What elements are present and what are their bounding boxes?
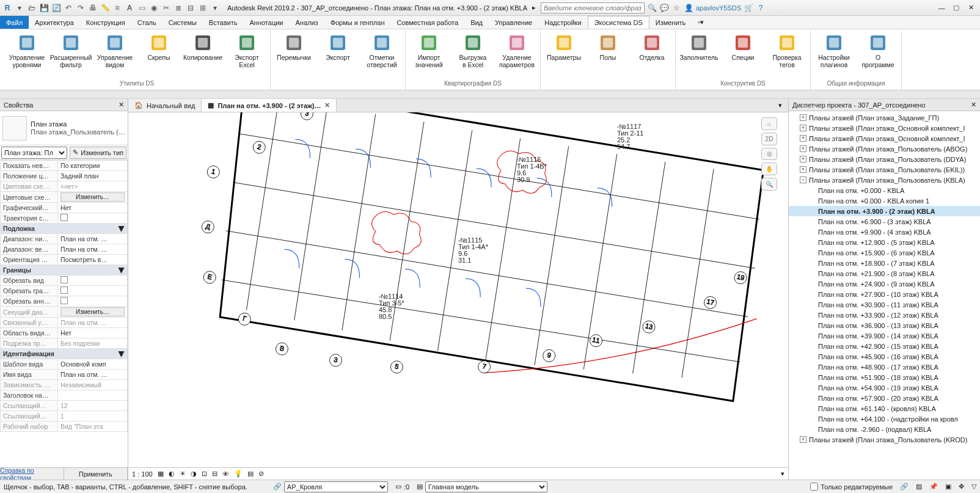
expand-icon[interactable]: +: [800, 156, 806, 163]
menu-annotate[interactable]: Аннотации: [244, 16, 290, 29]
tree-group[interactable]: −Планы этажей (План этажа_Пользователь (…: [789, 175, 980, 185]
measure-icon[interactable]: 📏: [100, 3, 110, 13]
editable-only-checkbox[interactable]: [810, 483, 818, 491]
prop-value[interactable]: Задний план: [58, 171, 128, 181]
prop-value[interactable]: 12: [58, 401, 128, 411]
menu-steel[interactable]: Сталь: [131, 16, 163, 29]
nav-zoom-icon[interactable]: 🔍: [761, 178, 777, 191]
finish-button[interactable]: Отделка: [632, 33, 671, 61]
browser-tree[interactable]: +Планы этажей (План этажа_Задание_ГП)+Пл…: [789, 111, 980, 480]
spices-button[interactable]: Специи: [723, 33, 762, 61]
select-face-icon[interactable]: ▣: [945, 483, 951, 491]
menu-overflow-icon[interactable]: ▫▾: [692, 16, 710, 29]
prop-value[interactable]: Посмотреть в…: [58, 255, 128, 265]
export-pdf-button[interactable]: Экспорт: [318, 33, 357, 61]
tree-view-item[interactable]: План на отм. +36.900 - (13 этаж) KBLA: [789, 320, 980, 330]
select-links-icon[interactable]: 🔗: [900, 483, 909, 491]
tree-view-item[interactable]: План на отм. +45.900 - (16 этаж) KBLA: [789, 351, 980, 362]
manage-levels-button[interactable]: Управлениеуровнями: [7, 33, 46, 68]
maximize-icon[interactable]: ▢: [949, 2, 963, 13]
window-icon[interactable]: ▭: [137, 3, 147, 13]
prop-value[interactable]: План на отм. …: [58, 370, 128, 380]
prop-value[interactable]: Нет: [58, 328, 128, 338]
menu-systems[interactable]: Системы: [163, 16, 203, 29]
properties-help-link[interactable]: Справка по свойствам: [0, 468, 64, 480]
editable-only-toggle[interactable]: Только редактируемые: [810, 483, 893, 491]
undo-icon[interactable]: ↶: [64, 3, 73, 13]
sync-icon[interactable]: 🔄: [51, 3, 61, 13]
floors-button[interactable]: Полы: [588, 33, 627, 61]
menu-file[interactable]: Файл: [0, 16, 29, 29]
tree-group[interactable]: +Планы этажей (План этажа_Задание_ГП): [789, 112, 980, 123]
tree-view-item[interactable]: План на отм. +6.900 - (3 этаж) KBLA: [789, 216, 980, 227]
tree-view-item[interactable]: План на отм. +61.140 - (кровля) KBLA: [789, 403, 980, 414]
export-excel-button[interactable]: ЭкспортExcel: [227, 33, 266, 68]
tree-view-item[interactable]: План на отм. +15.900 - (6 этаж) KBLA: [789, 247, 980, 258]
properties-apply-button[interactable]: Применить: [64, 468, 128, 480]
menu-manage[interactable]: Управление: [489, 16, 538, 29]
drawing-canvas[interactable]: 1 Д Е 2 3 6 8 19 17 13 11 9 7 5: [128, 112, 788, 467]
menu-analyze[interactable]: Анализ: [289, 16, 324, 29]
search-icon[interactable]: 🔍: [647, 3, 657, 13]
instance-selector[interactable]: План этажа: Пл: [1, 147, 67, 159]
tab-close-icon[interactable]: ✕: [324, 101, 330, 109]
delete-params-button[interactable]: Удалениепараметров: [497, 33, 536, 68]
prop-value[interactable]: [58, 390, 128, 401]
prop-value[interactable]: Изменить…: [58, 307, 128, 318]
properties-close-icon[interactable]: ✕: [119, 101, 124, 109]
tree-view-item[interactable]: План на отм. +12.900 - (5 этаж) KBLA: [789, 237, 980, 247]
expand-icon[interactable]: +: [800, 166, 806, 173]
tree-group[interactable]: +Планы этажей (План этажа_Основной компл…: [789, 123, 980, 133]
menu-collaborate[interactable]: Совместная работа: [390, 16, 464, 29]
crop-region-icon[interactable]: ⊟: [212, 470, 218, 478]
tree-view-item[interactable]: План на отм. +27.900 - (10 этаж) KBLA: [789, 289, 980, 299]
search-input[interactable]: [541, 2, 645, 13]
user-name[interactable]: apavlovY5SDS: [696, 4, 741, 12]
print-icon[interactable]: 🖶: [88, 3, 98, 13]
tree-view-item[interactable]: План на отм. +64.100 - (надстройки на кр…: [789, 414, 980, 424]
expand-icon[interactable]: +: [800, 436, 806, 443]
tree-view-item[interactable]: План на отм. +3.900 - (2 этаж) KBLA: [789, 206, 980, 216]
tree-group[interactable]: +Планы этажей (План этажа_Пользователь (…: [789, 144, 980, 154]
favorite-icon[interactable]: ☆: [671, 3, 681, 13]
section-icon[interactable]: ✂: [161, 3, 171, 13]
prop-value[interactable]: 1: [58, 411, 128, 422]
import-values-button[interactable]: Импортзначений: [409, 33, 448, 68]
tree-view-item[interactable]: План на отм. +0.000 - KBLA: [789, 185, 980, 195]
prop-value[interactable]: Независимый: [58, 380, 128, 390]
prop-value[interactable]: [58, 286, 128, 296]
model-select[interactable]: Главная модель: [425, 481, 547, 492]
view-tab-plan[interactable]: ▦ План на отм. +3.900 - (2 этаж)… ✕: [202, 99, 337, 112]
view-tab-home[interactable]: 🏠 Начальный вид: [128, 99, 202, 112]
drag-elements-icon[interactable]: ✥: [959, 483, 964, 491]
prop-value[interactable]: Изменить…: [58, 192, 128, 203]
property-grid[interactable]: Показать нев…По категорииПоложение ц…Зад…: [0, 160, 128, 467]
reveal-hidden-icon[interactable]: 💡: [234, 470, 243, 478]
filler-button[interactable]: Заполнитель: [679, 33, 719, 61]
scale-label[interactable]: 1 : 100: [132, 470, 153, 478]
worksharing-display-icon[interactable]: ▤: [247, 470, 254, 478]
thin-lines-icon[interactable]: ≣: [174, 3, 183, 13]
sun-path-icon[interactable]: ☀: [180, 470, 186, 478]
tree-group[interactable]: +Планы этажей (План этажа_Пользователь (…: [789, 154, 980, 164]
align-icon[interactable]: ≡: [112, 3, 122, 13]
menu-structure[interactable]: Конструкция: [80, 16, 131, 29]
prop-value[interactable]: [58, 276, 128, 286]
exchange-icon[interactable]: 🛒: [744, 3, 753, 13]
expand-icon[interactable]: +: [800, 114, 806, 121]
expand-icon[interactable]: +: [800, 145, 806, 152]
menu-ecosystem-ds[interactable]: Экосистема DS: [588, 16, 649, 29]
expand-icon[interactable]: +: [800, 135, 806, 142]
tree-group[interactable]: +Планы этажей (План этажа_Пользователь (…: [789, 434, 980, 445]
3d-icon[interactable]: ◉: [149, 3, 159, 13]
tree-view-item[interactable]: План на отм. +21.900 - (8 этаж) KBLA: [789, 268, 980, 279]
tree-view-item[interactable]: План на отм. +30.900 - (11 этаж) KBLA: [789, 299, 980, 310]
design-options-icon[interactable]: ▤: [417, 483, 423, 491]
minimize-icon[interactable]: —: [935, 2, 948, 13]
browser-close-icon[interactable]: ✕: [971, 101, 976, 109]
prop-value[interactable]: По категории: [58, 161, 128, 171]
nav-home-icon[interactable]: ⌂: [761, 117, 777, 130]
redo-icon[interactable]: ↷: [76, 3, 86, 13]
plugin-settings-button[interactable]: Настройкиплагинов: [814, 33, 854, 68]
menu-architecture[interactable]: Архитектура: [29, 16, 80, 29]
